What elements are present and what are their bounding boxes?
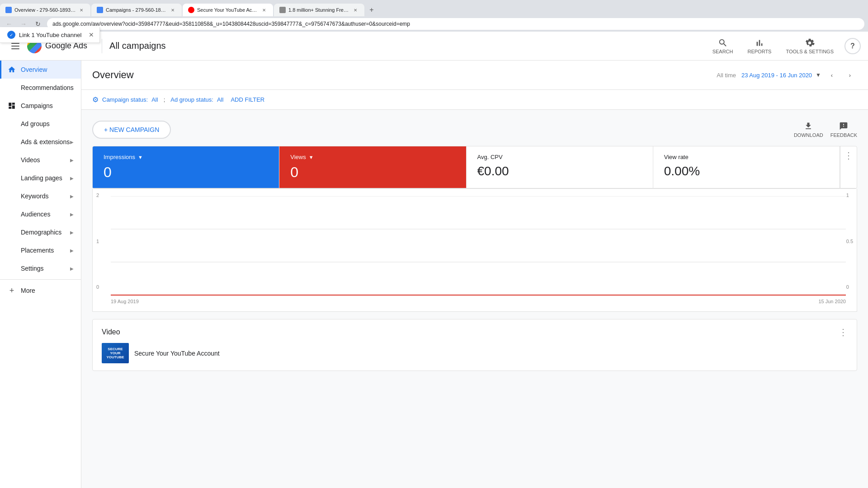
search-label: SEARCH — [712, 49, 733, 54]
sidebar-item-placements[interactable]: Placements ▶ — [0, 241, 81, 259]
content-body: + NEW CAMPAIGN DOWNLOAD FEEDBACK — [81, 110, 868, 382]
date-prev-button[interactable]: ‹ — [825, 68, 839, 82]
tools-nav-button[interactable]: TOOLS & SETTINGS — [778, 34, 841, 58]
chart-svg — [111, 196, 846, 296]
sidebar-item-ads-extensions[interactable]: Ads & extensions ▶ — [0, 133, 81, 151]
y-right-top: 1 — [846, 192, 853, 198]
help-button[interactable]: ? — [844, 38, 861, 54]
sidebar-item-settings[interactable]: Settings ▶ — [0, 259, 81, 277]
audiences-spacer — [7, 210, 16, 219]
ads-extensions-expand-icon: ▶ — [70, 140, 74, 145]
url-text: ads.google.com/aw/overview?ocid=35984777… — [52, 21, 410, 27]
download-icon — [804, 122, 813, 131]
tab-close-1[interactable]: ✕ — [78, 6, 85, 14]
page-title: Overview — [92, 69, 134, 81]
sidebar-item-demographics[interactable]: Demographics ▶ — [0, 223, 81, 241]
address-bar[interactable]: ads.google.com/aw/overview?ocid=35984777… — [47, 18, 864, 30]
sidebar: Overview Recommendations Campaigns Ad gr… — [0, 61, 81, 488]
stats-grid: Impressions ▼ 0 Views ▼ 0 — [92, 146, 857, 189]
chart-x-end: 15 Jun 2020 — [818, 299, 846, 304]
tab-close-3[interactable]: ✕ — [260, 6, 268, 14]
date-dropdown-icon: ▼ — [816, 72, 821, 78]
new-campaign-label: + NEW CAMPAIGN — [104, 126, 159, 133]
settings-spacer — [7, 264, 16, 273]
tab-close-2[interactable]: ✕ — [169, 6, 176, 14]
download-label: DOWNLOAD — [794, 132, 823, 138]
views-header: Views ▼ — [290, 154, 455, 160]
tools-label: TOOLS & SETTINGS — [786, 49, 834, 54]
content-title-row: Overview All time 23 Aug 2019 - 16 Jun 2… — [92, 68, 857, 89]
sidebar-item-audiences[interactable]: Audiences ▶ — [0, 205, 81, 223]
hamburger-icon — [11, 43, 19, 49]
date-range: 23 Aug 2019 - 16 Jun 2020 — [741, 72, 812, 79]
video-title: Secure Your YouTube Account — [134, 350, 220, 357]
stats-more-cell: ⋮ — [840, 146, 857, 188]
feedback-button[interactable]: FEEDBACK — [830, 122, 857, 138]
feedback-label: FEEDBACK — [830, 132, 857, 138]
toast-text: Link 1 YouTube channel — [19, 32, 81, 38]
demographics-spacer — [7, 228, 16, 237]
ads-extensions-spacer — [7, 137, 16, 146]
tab-other[interactable]: 1.8 million+ Stunning Free Im... ✕ — [274, 4, 364, 16]
video-thumbnail: SECURE YOUR YOUTUBE — [102, 343, 129, 363]
chart-x-labels: 19 Aug 2019 15 Jun 2020 — [111, 297, 846, 304]
tab-favicon-3 — [188, 7, 194, 13]
sidebar-overview-label: Overview — [21, 66, 47, 73]
demographics-expand-icon: ▶ — [70, 230, 74, 235]
new-campaign-button[interactable]: + NEW CAMPAIGN — [92, 121, 171, 139]
avg-cpv-cell[interactable]: Avg. CPV €0.00 — [467, 146, 653, 188]
new-tab-button[interactable]: + — [365, 4, 378, 16]
tab-close-4[interactable]: ✕ — [352, 6, 359, 14]
sidebar-item-campaigns[interactable]: Campaigns — [0, 97, 81, 115]
sidebar-item-more[interactable]: + More — [0, 282, 81, 300]
y-left-mid: 1 — [96, 239, 99, 244]
tab-title-4: 1.8 million+ Stunning Free Im... — [288, 7, 350, 13]
sidebar-item-ad-groups[interactable]: Ad groups — [0, 115, 81, 133]
chart-area: 2 1 0 1 0.5 0 — [92, 189, 857, 312]
y-right-mid: 0.5 — [846, 239, 853, 244]
recommendations-spacer — [7, 83, 16, 92]
app-title: All campaigns — [109, 41, 166, 51]
sidebar-placements-label: Placements — [21, 247, 54, 254]
video-item[interactable]: SECURE YOUR YOUTUBE Secure Your YouTube … — [102, 343, 848, 363]
date-next-button[interactable]: › — [843, 68, 857, 82]
ad-group-status-label: Ad group status: — [170, 96, 213, 103]
sidebar-item-recommendations[interactable]: Recommendations — [0, 79, 81, 97]
chart-x-start: 19 Aug 2019 — [111, 299, 139, 304]
ad-group-status-value[interactable]: All — [217, 96, 223, 103]
feedback-icon — [839, 122, 848, 131]
video-more-button[interactable]: ⋮ — [839, 327, 848, 338]
sidebar-demographics-label: Demographics — [21, 229, 61, 236]
address-bar-row: ← → ↻ ads.google.com/aw/overview?ocid=35… — [0, 16, 868, 32]
views-cell[interactable]: Views ▼ 0 — [279, 146, 466, 188]
chart-y-axis-left: 2 1 0 — [96, 189, 99, 293]
impressions-cell[interactable]: Impressions ▼ 0 — [93, 146, 279, 188]
action-buttons: DOWNLOAD FEEDBACK — [794, 122, 857, 138]
tab-favicon-2 — [97, 7, 103, 13]
search-nav-button[interactable]: SEARCH — [705, 34, 741, 58]
tab-campaigns[interactable]: Campaigns - 279-560-1893 - ... ✕ — [91, 4, 182, 16]
avg-cpv-value: €0.00 — [477, 164, 642, 178]
sidebar-campaigns-label: Campaigns — [21, 102, 53, 109]
sidebar-audiences-label: Audiences — [21, 211, 50, 218]
reports-nav-button[interactable]: REPORTS — [740, 34, 778, 58]
tab-overview[interactable]: Overview - 279-560-1893 - C... ✕ — [0, 4, 90, 16]
impressions-label: Impressions — [104, 154, 135, 160]
more-icon: + — [7, 286, 16, 295]
video-card-header: Video ⋮ — [102, 327, 848, 338]
view-rate-cell[interactable]: View rate 0.00% — [653, 146, 840, 188]
campaign-status-label: Campaign status: — [102, 96, 148, 103]
sidebar-item-landing-pages[interactable]: Landing pages ▶ — [0, 169, 81, 187]
download-button[interactable]: DOWNLOAD — [794, 122, 823, 138]
stats-more-button[interactable]: ⋮ — [844, 150, 853, 161]
add-filter-button[interactable]: ADD FILTER — [231, 96, 264, 103]
toast-close-button[interactable]: ✕ — [89, 31, 94, 38]
landing-pages-spacer — [7, 174, 16, 183]
date-selector[interactable]: All time 23 Aug 2019 - 16 Jun 2020 ▼ ‹ › — [717, 68, 857, 82]
tab-youtube[interactable]: Secure Your YouTube Accou... ✕ — [183, 4, 273, 16]
sidebar-item-videos[interactable]: Videos ▶ — [0, 151, 81, 169]
sidebar-item-keywords[interactable]: Keywords ▶ — [0, 187, 81, 205]
campaign-status-value[interactable]: All — [151, 96, 158, 103]
campaigns-icon — [7, 101, 16, 110]
sidebar-item-overview[interactable]: Overview — [0, 61, 81, 79]
